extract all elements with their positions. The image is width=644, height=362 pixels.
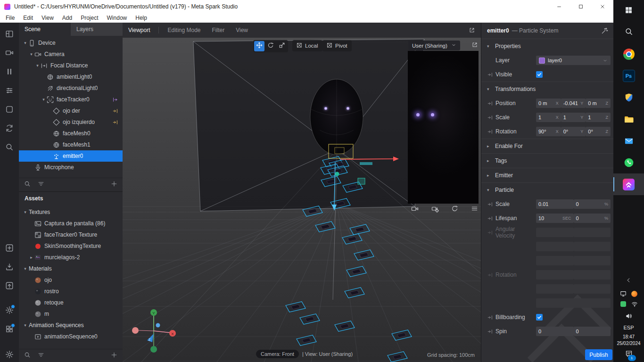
- taskbar-photoshop-icon[interactable]: Ps: [613, 65, 644, 87]
- asset-group-materials[interactable]: ▾Materials: [19, 263, 123, 274]
- display-tray-icon[interactable]: [618, 288, 629, 299]
- sync-icon[interactable]: [0, 119, 19, 138]
- menu-edit[interactable]: Edit: [19, 15, 37, 21]
- section-properties[interactable]: ▾Properties: [481, 39, 614, 53]
- tab-editing-mode[interactable]: Editing Mode: [167, 27, 200, 33]
- tree-item-facemesh0[interactable]: faceMesh0: [19, 128, 123, 139]
- lifespan-pct-field[interactable]: 0%: [574, 214, 611, 223]
- taskbar-file-explorer-icon[interactable]: [613, 108, 644, 130]
- reset-view-icon[interactable]: [451, 205, 458, 213]
- status-tray-icon[interactable]: [618, 299, 629, 309]
- caret-right-icon[interactable]: ▸: [29, 255, 34, 260]
- tree-item-ojo-izquierdo[interactable]: ojo izquierdo: [19, 116, 123, 128]
- section-emitter[interactable]: ▸Emitter: [481, 168, 614, 182]
- tree-item-murcielagos-2[interactable]: ▸murcielagos-2: [19, 252, 123, 263]
- camera-view-dropdown[interactable]: User (Sharing): [408, 41, 460, 50]
- taskbar-search-icon[interactable]: [613, 22, 644, 43]
- preview-menu-icon[interactable]: [471, 205, 478, 213]
- rotate-tool-button[interactable]: [265, 41, 276, 51]
- caret-down-icon[interactable]: ▾: [23, 323, 28, 328]
- caret-down-icon[interactable]: ▾: [35, 63, 40, 68]
- tree-item-microphone[interactable]: Microphone: [19, 162, 123, 173]
- position-z-field[interactable]: 0 mZ: [586, 99, 611, 108]
- add-asset-button[interactable]: [111, 352, 117, 360]
- grid4-badged-icon[interactable]: [0, 320, 19, 338]
- wifi-tray-icon[interactable]: [629, 299, 640, 309]
- tree-item-ojo-der[interactable]: ojo der: [19, 105, 123, 116]
- videocam-icon[interactable]: [0, 43, 19, 62]
- asset-group-animation-sequences[interactable]: ▾Animation Sequences: [19, 320, 123, 331]
- tree-item-rostro[interactable]: rostro: [19, 286, 123, 297]
- pivot-button[interactable]: Pivot: [322, 40, 352, 51]
- publish-button[interactable]: Publish: [585, 349, 612, 360]
- popout-viewport-icon[interactable]: [469, 27, 475, 33]
- clock[interactable]: 18:47 25/02/2024: [617, 334, 640, 346]
- taskbar-chrome-icon[interactable]: [613, 43, 644, 65]
- tab-scene[interactable]: Scene: [19, 23, 71, 36]
- spin-field-2[interactable]: 0: [574, 327, 611, 336]
- position-y-field[interactable]: -0.041Y: [561, 99, 586, 108]
- tab-filter[interactable]: Filter: [212, 27, 225, 33]
- notification-center-button[interactable]: 1: [625, 350, 633, 359]
- rotation-y-field[interactable]: 0°Y: [561, 127, 586, 136]
- uploadbox-icon[interactable]: [0, 276, 19, 295]
- section-particle[interactable]: ▾Particle: [481, 182, 614, 197]
- speaker-icon[interactable]: [625, 313, 632, 321]
- move-tool-button[interactable]: [254, 41, 264, 51]
- tree-item-focal-distance[interactable]: ▾Focal Distance: [19, 60, 123, 71]
- filter-icon[interactable]: [38, 181, 44, 189]
- taskbar-start-button[interactable]: [613, 0, 644, 22]
- popout-preview-icon[interactable]: [471, 41, 478, 50]
- exportbox-icon[interactable]: [0, 257, 19, 276]
- maximize-button[interactable]: [570, 0, 592, 13]
- addbox-icon[interactable]: [0, 239, 19, 257]
- tree-item-ambientlight0[interactable]: ambientLight0: [19, 71, 123, 82]
- minimize-button[interactable]: [548, 0, 570, 13]
- caret-down-icon[interactable]: ▾: [29, 52, 34, 57]
- taskbar-meta-spark-icon[interactable]: [613, 173, 644, 195]
- caret-down-icon[interactable]: ▾: [41, 97, 46, 102]
- scale-z-field[interactable]: 1Z: [586, 113, 611, 122]
- position-x-field[interactable]: 0 mX: [536, 99, 561, 108]
- panels-icon[interactable]: [0, 25, 19, 43]
- spin-field-1[interactable]: 0: [536, 327, 574, 336]
- section-tags[interactable]: ▸Tags: [481, 153, 614, 168]
- layer-dropdown[interactable]: layer0: [536, 56, 611, 65]
- tab-view[interactable]: View: [236, 27, 248, 33]
- show-hidden-icons-button[interactable]: [626, 277, 632, 285]
- particle-scale-field[interactable]: 0.01: [536, 199, 574, 209]
- tree-item-ojo[interactable]: ojo: [19, 274, 123, 286]
- visible-checkbox[interactable]: [536, 71, 543, 78]
- tab-viewport[interactable]: Viewport: [128, 27, 150, 33]
- frame-icon[interactable]: [0, 100, 19, 119]
- caret-down-icon[interactable]: ▾: [23, 266, 28, 271]
- lifespan-field[interactable]: 10SEC: [536, 214, 574, 223]
- tab-layers[interactable]: Layers: [71, 23, 123, 36]
- section-enable-for[interactable]: ▸Enable For: [481, 139, 614, 153]
- scale-x-field[interactable]: 1X: [536, 113, 561, 122]
- tree-item-retoque[interactable]: retoque: [19, 297, 123, 308]
- add-object-button[interactable]: [111, 181, 117, 189]
- menu-add[interactable]: Add: [58, 15, 76, 21]
- mixer-icon[interactable]: [0, 81, 19, 100]
- filter-icon[interactable]: [38, 352, 44, 360]
- menu-window[interactable]: Window: [103, 15, 132, 21]
- taskbar-defender-icon[interactable]: [613, 87, 644, 108]
- tree-item-emitter0[interactable]: emitter0: [19, 150, 123, 162]
- tree-item-facemesh1[interactable]: faceMesh1: [19, 139, 123, 150]
- particle-scale-pct-field[interactable]: 0%: [574, 199, 611, 209]
- tree-item-m[interactable]: m: [19, 308, 123, 320]
- scale-tool-button[interactable]: [277, 41, 287, 51]
- billboarding-checkbox[interactable]: [536, 314, 543, 321]
- rotation-z-field[interactable]: 0°Z: [586, 127, 611, 136]
- tree-item-animationsequence0[interactable]: animationSequence0: [19, 331, 123, 342]
- scale-y-field[interactable]: 1Y: [561, 113, 586, 122]
- taskbar-mail-icon[interactable]: [613, 130, 644, 152]
- pause-icon[interactable]: [0, 62, 19, 81]
- tree-item-camera[interactable]: ▾Camera: [19, 49, 123, 60]
- local-space-button[interactable]: Local: [292, 40, 322, 51]
- gear-badged-icon[interactable]: [0, 301, 19, 320]
- video-camera-icon[interactable]: [411, 205, 419, 213]
- tree-item-directionallight0[interactable]: directionalLight0: [19, 82, 123, 94]
- tree-item-device[interactable]: ▾Device: [19, 37, 123, 49]
